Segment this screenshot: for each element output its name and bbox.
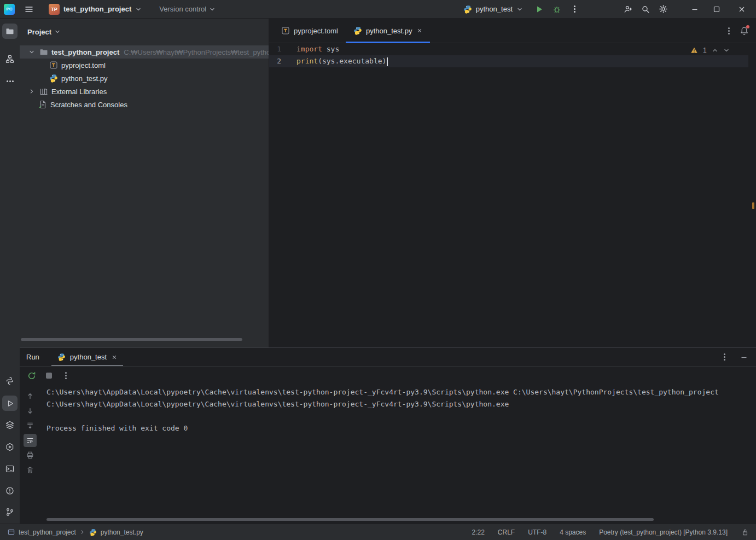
title-bar: PC TP test_python_project Version contro… [0,0,756,19]
kebab-icon [65,375,67,376]
run-panel-header: Run python_test [20,348,756,366]
encoding-widget[interactable]: UTF-8 [528,529,546,536]
python-file-icon [353,26,362,35]
ellipsis-icon [9,80,11,82]
indent-widget[interactable]: 4 spaces [560,529,586,536]
line-number[interactable]: 1 [269,43,288,55]
tab-pyproject-toml[interactable]: pyproject.toml [274,19,346,43]
down-stack-trace-button[interactable] [24,404,37,417]
title-bar-actions: python_test [459,0,756,18]
tree-row-pyproject-toml[interactable]: pyproject.toml [20,59,269,72]
readonly-lock-icon[interactable] [741,528,749,537]
tab-python-test-py[interactable]: python_test.py [346,19,431,43]
pycharm-logo-text: PC [6,7,12,11]
console-horizontal-scrollbar[interactable] [46,518,654,521]
project-horizontal-scrollbar[interactable] [21,338,242,341]
run-button[interactable] [532,2,547,17]
run-toolbar-more-button[interactable] [58,368,73,384]
terminal-tool-button[interactable] [2,461,18,477]
clear-console-button[interactable] [24,463,37,477]
tree-root-path: C:₩Users₩hayt₩PythonProjects₩test_python… [124,48,269,56]
tree-row-external-libraries[interactable]: External Libraries [20,85,269,98]
search-everywhere-button[interactable] [638,2,653,17]
stop-button[interactable] [41,368,56,384]
code-line: 1 import sys [269,43,756,55]
user-plus-icon [624,5,632,14]
run-tab-python-test[interactable]: python_test [51,348,123,366]
project-badge-icon: TP [49,4,60,15]
structure-tool-button[interactable] [2,51,18,67]
tree-row-python-test-py[interactable]: python_test.py [20,72,269,85]
kebab-icon [574,8,575,10]
chevron-down-icon[interactable] [27,48,36,56]
notifications-button[interactable] [736,23,752,38]
project-panel-header[interactable]: Project [20,19,269,45]
minimize-icon [740,353,748,362]
gear-icon [659,4,668,14]
tree-row-project-root[interactable]: test_python_project C:₩Users₩hayt₩Python… [20,45,269,59]
up-stack-trace-button[interactable] [24,390,37,403]
tree-row-scratches[interactable]: Scratches and Consoles [20,98,269,111]
console-output[interactable]: C:\Users\hayt\AppData\Local\pypoetry\Cac… [46,386,754,519]
scroll-to-end-button[interactable] [24,419,37,432]
soft-wrap-icon [26,437,34,444]
breadcrumb-project[interactable]: test_python_project [19,529,76,536]
scrollbar-warning-marker[interactable] [752,202,754,209]
hide-run-panel-button[interactable] [736,350,752,365]
interpreter-widget[interactable]: Poetry (test_python_project) [Python 3.9… [599,529,728,536]
rerun-button[interactable] [24,368,39,384]
print-button[interactable] [24,449,37,462]
chevron-down-icon [54,28,61,35]
more-tool-windows-button[interactable] [2,73,18,89]
line-number[interactable]: 2 [269,55,288,67]
debug-button[interactable] [549,2,565,17]
python-packages-tool-button[interactable] [2,417,18,433]
settings-button[interactable] [655,2,671,17]
git-branch-icon [5,508,14,516]
tree-root-label: test_python_project [51,48,119,56]
arrow-down-icon [26,407,34,415]
cursor-position-widget[interactable]: 2:22 [472,529,484,536]
project-tool-button[interactable] [2,24,18,39]
console-line: C:\Users\hayt\AppData\Local\pypoetry\Cac… [46,386,754,398]
folder-icon [5,27,14,36]
project-selector[interactable]: TP test_python_project [45,2,145,17]
run-config-selector[interactable]: python_test [459,2,527,17]
run-panel-options-button[interactable] [717,350,732,365]
project-panel-title: Project [27,28,51,36]
soft-wrap-button[interactable] [24,434,37,447]
editor-options-button[interactable] [721,23,736,38]
terminal-icon [5,464,14,473]
console-side-toolbar [23,390,37,477]
version-control-tool-button[interactable] [2,504,18,520]
status-widgets: 2:22 CRLF UTF-8 4 spaces Poetry (test_py… [472,528,749,537]
hamburger-icon [25,5,33,14]
code-editor[interactable]: 1 import sys 2 print(sys.executable) [269,43,756,67]
tab-label: pyproject.toml [294,27,338,35]
scroll-to-end-icon [26,422,34,429]
main-menu-button[interactable] [21,2,37,17]
close-tab-icon[interactable] [417,28,422,33]
code-with-me-button[interactable] [620,2,636,17]
close-tab-icon[interactable] [112,355,117,360]
pycharm-window: PC TP test_python_project Version contro… [0,0,756,540]
version-control-widget[interactable]: Version control [156,2,219,17]
close-button[interactable] [728,0,756,19]
project-panel: Project test_python_project C:₩Users₩hay… [20,19,269,347]
more-actions-button[interactable] [567,2,582,17]
run-tool-button[interactable] [2,396,18,411]
services-tool-button[interactable] [2,439,18,455]
python-console-tool-button[interactable] [2,373,18,388]
console-line [46,410,754,422]
chevron-right-icon[interactable] [27,87,36,96]
chevron-right-icon [79,529,85,535]
search-icon [641,5,650,14]
problems-tool-button[interactable] [2,483,18,498]
line-separator-widget[interactable]: CRLF [498,529,515,536]
version-control-label: Version control [159,5,206,13]
code-text: import sys [288,43,339,55]
minimize-button[interactable] [684,0,706,19]
maximize-button[interactable] [706,0,728,19]
run-config-name: python_test [476,5,513,13]
breadcrumb-file[interactable]: python_test.py [101,529,143,536]
